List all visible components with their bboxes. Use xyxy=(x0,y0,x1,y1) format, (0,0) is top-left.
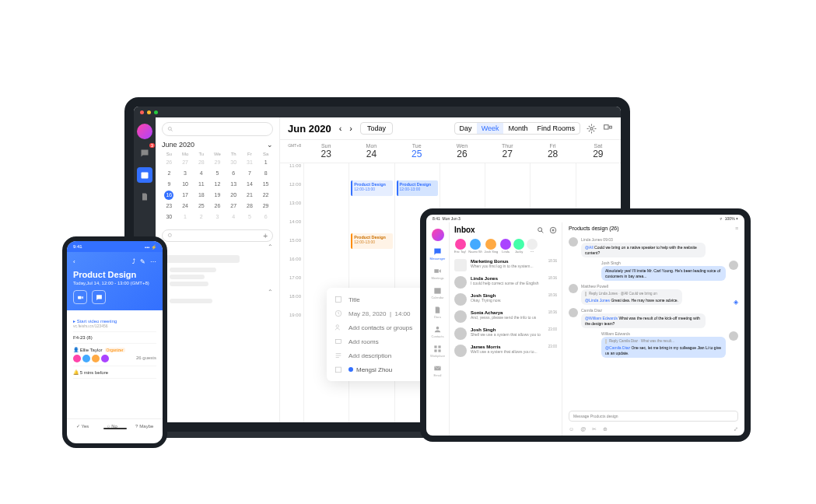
expand-icon[interactable]: ⤢ xyxy=(734,426,738,432)
svg-rect-0 xyxy=(142,173,149,179)
svg-rect-12 xyxy=(78,296,82,299)
event-pd1[interactable]: Product Design12:00-13:00 xyxy=(351,180,392,196)
organizer-row[interactable]: 👤 Ellie TaylorOrganizer 26 guests xyxy=(73,344,156,366)
svg-rect-7 xyxy=(336,297,341,303)
search-icon[interactable] xyxy=(537,226,545,234)
window-chrome xyxy=(134,107,621,117)
svg-rect-16 xyxy=(434,345,436,348)
svg-point-4 xyxy=(590,127,593,129)
conversation-item[interactable]: Josh SinghShell we use a system that all… xyxy=(450,325,562,342)
prev-icon[interactable]: ‹ xyxy=(339,124,342,133)
view-week[interactable]: Week xyxy=(477,123,504,134)
back-icon[interactable]: ‹ xyxy=(73,258,75,265)
verified-icon: ◈ xyxy=(734,299,738,306)
compose-icon[interactable] xyxy=(549,226,557,234)
tablet-rail: Messenger Meetings Calendar Docs Contact… xyxy=(426,222,450,436)
rail-messenger[interactable]: Messenger xyxy=(430,247,446,261)
conversation-item[interactable]: James MorrisWe'll use a system that allo… xyxy=(450,342,562,359)
today-button[interactable]: Today xyxy=(360,122,393,135)
chat-title[interactable]: Products design (26) xyxy=(569,226,619,231)
rail-docs[interactable]: Docs xyxy=(433,306,442,319)
rail-badge: 3 xyxy=(149,143,155,148)
inbox-title: Inbox xyxy=(454,226,475,234)
chat-message[interactable]: Matthew PowellReply Linda Jones · @All C… xyxy=(569,284,738,305)
more-icon[interactable]: ⋯ xyxy=(150,258,156,265)
share-icon[interactable]: ⤴ xyxy=(132,258,135,265)
mini-calendar-grid[interactable]: SuMoTuWeThFrSa 2627282930311 2345678 910… xyxy=(162,152,273,222)
mini-calendar-sidebar: June 2020 ⌄ SuMoTuWeThFrSa 2627282930311… xyxy=(156,117,280,422)
rsvp-maybe[interactable]: ? Maybe xyxy=(135,423,153,429)
video-action[interactable] xyxy=(73,290,87,304)
svg-line-2 xyxy=(171,130,173,131)
rail-email[interactable]: Email xyxy=(433,364,442,377)
svg-rect-5 xyxy=(604,124,608,128)
view-find-rooms[interactable]: Find Rooms xyxy=(532,123,580,134)
view-day[interactable]: Day xyxy=(455,123,477,134)
video-meeting-row[interactable]: ▸ Start video meeting vc.feishu.cn/12345… xyxy=(73,315,156,332)
rsvp-yes[interactable]: ✓ Yes xyxy=(76,423,89,429)
tablet-status-bar: 8:41 Mon Jun 3 ᯤ 100% ▮ xyxy=(426,215,744,222)
calendar-collapse-icon[interactable]: ⌃ xyxy=(162,289,273,296)
week-header: GMT+8 Sun23 Mon24 Tue25 Wen26 Thur27 Fri… xyxy=(280,140,621,163)
svg-point-9 xyxy=(336,325,338,327)
event-subtitle: Today,Jul 14, 12:00 - 13:00 (GMT+8) xyxy=(73,281,156,285)
reminder-row[interactable]: 🔔 5 mins before xyxy=(73,366,156,379)
chat-panel: Products design (26) ≡ ◈ Linda Jones 09:… xyxy=(562,222,744,436)
svg-rect-6 xyxy=(610,126,612,128)
story-row[interactable]: Eric Tay! Naomi Wi Josh Sing Linda Jacky… xyxy=(450,237,562,257)
chat-message[interactable]: Camila Diaz@William Edwards What was the… xyxy=(569,308,738,328)
view-segment[interactable]: Day Week Month Find Rooms xyxy=(454,122,580,135)
room-row[interactable]: F4-23 (8) xyxy=(73,332,156,344)
svg-line-22 xyxy=(541,230,544,233)
layout-icon[interactable] xyxy=(603,124,613,134)
calendar-filter-input[interactable]: + xyxy=(162,229,273,242)
edit-icon[interactable]: ✎ xyxy=(140,258,145,265)
calendar-title: Jun 2020 xyxy=(288,123,331,135)
svg-rect-14 xyxy=(434,288,440,293)
chat-message[interactable]: Linda Jones 09:03@All Could we bring on … xyxy=(569,237,738,257)
conversation-item[interactable]: Sonia AcharyaAnd, yesss, please send the… xyxy=(450,308,562,325)
user-avatar[interactable] xyxy=(137,124,152,139)
mini-month-label: June 2020 xyxy=(162,141,194,149)
attach-icon[interactable]: ⊕ xyxy=(603,426,608,432)
svg-rect-19 xyxy=(438,349,440,352)
event-pd2[interactable]: Product Design12:00-13:00 xyxy=(397,180,438,196)
rail-calendar[interactable]: Calendar xyxy=(431,286,443,299)
emoji-icon[interactable]: ☺ xyxy=(569,426,574,432)
next-icon[interactable]: › xyxy=(349,124,352,133)
event-organizer: Mengsi Zhou xyxy=(348,366,392,373)
svg-rect-10 xyxy=(336,340,341,344)
conversation-item[interactable]: Linda JonesI could help correct some of … xyxy=(450,274,562,291)
event-pd3[interactable]: Product Design12:00-13:00 xyxy=(351,233,392,249)
svg-rect-13 xyxy=(434,269,439,273)
conversation-item[interactable]: Josh SinghOkay. Trying now.18:36 xyxy=(450,291,562,308)
calendar-list: ⌃ xyxy=(162,255,273,306)
settings-icon[interactable] xyxy=(587,124,597,134)
view-month[interactable]: Month xyxy=(503,123,532,134)
chat-input[interactable]: Message Products design xyxy=(569,411,738,422)
user-avatar[interactable] xyxy=(432,229,444,241)
calendar-collapse-icon[interactable]: ⌃ xyxy=(162,243,273,250)
rail-docs[interactable] xyxy=(137,189,152,205)
chat-message[interactable]: Josh SinghAbsolutely yes! I'll invite Mr… xyxy=(569,261,738,281)
event-title: Product Design xyxy=(73,270,156,279)
rail-contacts[interactable]: Contacts xyxy=(432,325,444,338)
rail-meetings[interactable]: Meetings xyxy=(431,267,443,280)
svg-rect-17 xyxy=(438,345,440,348)
conversation-item[interactable]: Marketing BonusWhen you first log in to … xyxy=(450,257,562,274)
svg-rect-18 xyxy=(434,349,436,352)
at-icon[interactable]: @ xyxy=(580,426,586,432)
phone-device: 9:41••• ⚡ ‹ ⤴ ✎ ⋯ Product Design Today,J… xyxy=(62,236,167,448)
phone-status-bar: 9:41••• ⚡ xyxy=(67,241,163,252)
chat-menu-icon[interactable]: ≡ xyxy=(735,226,738,231)
svg-point-15 xyxy=(436,327,440,330)
search-input[interactable] xyxy=(162,122,273,136)
rail-calendar[interactable] xyxy=(137,167,152,183)
chat-message[interactable]: William EdwardsReply Camila Diaz · What … xyxy=(569,331,738,358)
rail-messages[interactable]: 3 xyxy=(137,145,152,161)
rsvp-footer: ✓ Yes ○ No ? Maybe xyxy=(67,418,163,432)
chevron-down-icon[interactable]: ⌄ xyxy=(267,141,273,149)
scissors-icon[interactable]: ✂ xyxy=(592,426,597,432)
chat-action[interactable] xyxy=(92,290,106,304)
rail-workplace[interactable]: Workplace xyxy=(430,345,445,358)
